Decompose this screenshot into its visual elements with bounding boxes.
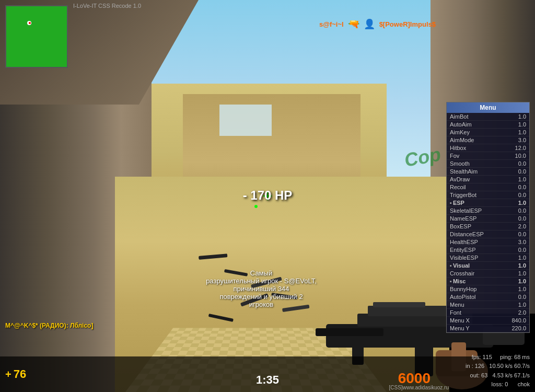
menu-item-value: 0.0 — [518, 231, 526, 237]
menu-item-value: 1.0 — [518, 302, 526, 308]
menu-item-label: AvDraw — [450, 176, 470, 182]
menu-item: ▪ESP1.0 — [447, 199, 529, 207]
kill-feed-line4: повреждений и убивший 2 — [178, 293, 345, 301]
menu-item-label: AutoPistol — [450, 294, 476, 300]
menu-item: Menu1.0 — [447, 301, 529, 309]
menu-item: BoxESP2.0 — [447, 223, 529, 230]
menu-item-label: ▪Visual — [450, 262, 470, 269]
menu-item-label: HealthESP — [450, 239, 478, 245]
menu-item: TriggerBot0.0 — [447, 191, 529, 199]
menu-item-label: Menu X — [450, 317, 470, 324]
menu-item-label: StealthAim — [450, 168, 478, 175]
menu-item-value: 1.0 — [518, 121, 526, 128]
menu-item: Menu Y220.0 — [447, 325, 529, 332]
enemy-weapon-icon: 🔫 — [348, 18, 359, 30]
loss-value: 0 — [505, 381, 508, 387]
menu-item-value: 1.0 — [518, 270, 526, 276]
menu-item: AutoAim1.0 — [447, 121, 529, 129]
menu-item-value: 0.0 — [518, 294, 526, 300]
minimap — [5, 5, 68, 68]
kill-feed-line1: Самый — [178, 269, 345, 277]
menu-rows-container: AimBot1.0AutoAim1.0AimKey1.0AimMode3.0Hi… — [447, 113, 529, 332]
in-value: 126 — [475, 363, 484, 369]
menu-item: HealthESP3.0 — [447, 238, 529, 246]
health-block: + 76 — [5, 367, 26, 381]
menu-item-value: 0.0 — [518, 184, 526, 190]
menu-item-value: 1.0 — [518, 255, 526, 261]
menu-item-value: 2.0 — [518, 223, 526, 229]
loss-label: loss: — [492, 381, 504, 387]
menu-item: StealthAim0.0 — [447, 168, 529, 176]
menu-item-label: NameESP — [450, 215, 476, 222]
watermark-top: I-LoVe-IT CSS Recode 1.0 — [73, 3, 141, 9]
kill-feed: Самый разрушительный игрок - S@EVoLT, пр… — [178, 269, 345, 308]
menu-item: AvDraw1.0 — [447, 176, 529, 183]
menu-item: Fov10.0 — [447, 152, 529, 160]
menu-item-value: 0.0 — [518, 207, 526, 214]
stats-out-row: out: 63 4.53 k/s 67.1/s — [466, 371, 530, 381]
menu-item-value: 3.0 — [518, 137, 526, 143]
ping-label: ping: — [500, 354, 513, 360]
stats-in-row: in : 126 10.50 k/s 60.7/s — [466, 362, 530, 371]
top-hud-players: s@f~i~l 🔫 👤 $[PoweR]Impuls$ — [319, 18, 436, 30]
hp-display: - 170 HP — [243, 188, 293, 203]
menu-item-label: ▪Misc — [450, 278, 466, 284]
menu-item: Crosshair1.0 — [447, 270, 529, 278]
menu-item: Smooth0.0 — [447, 160, 529, 168]
menu-item-value: 0.0 — [518, 192, 526, 198]
menu-item-value: 840.0 — [511, 317, 526, 324]
menu-item-label: Fov — [450, 153, 459, 159]
out-speed: 4.53 k/s 67.1/s — [492, 372, 530, 378]
menu-item-label: Crosshair — [450, 270, 474, 276]
menu-item: ▪Misc1.0 — [447, 278, 529, 285]
menu-item: Hitbox12.0 — [447, 144, 529, 152]
enemy-avatar-icon: 👤 — [364, 18, 375, 30]
menu-item-label: TriggerBot — [450, 192, 476, 198]
menu-item-label: VisibleESP — [450, 255, 478, 261]
menu-item-label: Menu — [450, 302, 464, 308]
menu-item-label: BunnyHop — [450, 286, 476, 292]
stats-block: fps: 115 ping: 68 ms in : 126 10.50 k/s … — [466, 353, 530, 389]
health-value: 76 — [14, 367, 26, 381]
bottom-hud: + 76 1:35 6000 fps: 115 ping: 68 ms in :… — [0, 356, 535, 392]
menu-item-value: 3.0 — [518, 239, 526, 245]
menu-item: NameESP0.0 — [447, 215, 529, 223]
menu-item-label: AimKey — [450, 129, 470, 135]
kill-feed-line5: игроков — [178, 301, 345, 308]
menu-item-label: AimBot — [450, 113, 468, 120]
out-value: 63 — [481, 372, 487, 378]
fps-label: fps: — [472, 354, 481, 360]
stats-loss-row: loss: 0 chok — [466, 380, 530, 389]
menu-item-value: 0.0 — [518, 168, 526, 175]
menu-item-label: SkeletalESP — [450, 207, 482, 214]
menu-item-label: Hitbox — [450, 145, 466, 151]
menu-item-value: 1.0 — [518, 113, 526, 120]
menu-item: AimMode3.0 — [447, 136, 529, 144]
menu-item: ▪Visual1.0 — [447, 262, 529, 270]
menu-item-value: 0.0 — [518, 247, 526, 253]
menu-item-label: AutoAim — [450, 121, 472, 128]
kill-feed-line3: причинивший 344 — [178, 285, 345, 293]
back-opening — [219, 105, 272, 136]
menu-item-value: 1.0 — [518, 200, 526, 206]
menu-item-label: Smooth — [450, 160, 470, 167]
svg-rect-17 — [373, 302, 425, 307]
menu-item: VisibleESP1.0 — [447, 254, 529, 262]
menu-item: SkeletalESP0.0 — [447, 207, 529, 215]
menu-item-value: 220.0 — [511, 325, 526, 331]
game-viewport: Cop - 170 HP — [0, 0, 535, 392]
menu-item-value: 0.0 — [518, 215, 526, 222]
menu-item-value: 10.0 — [515, 153, 526, 159]
chat-message: M^@^K^$* (РАДИО): Лблico] — [5, 322, 93, 329]
menu-item: AimKey1.0 — [447, 129, 529, 136]
ping-value: 68 ms — [514, 354, 530, 360]
menu-item: Menu X840.0 — [447, 317, 529, 325]
minimap-enemy-dot — [29, 22, 31, 24]
in-speed: 10.50 k/s 60.7/s — [489, 363, 530, 369]
menu-item-label: DistanceESP — [450, 231, 484, 237]
cheat-menu-panel: Menu AimBot1.0AutoAim1.0AimKey1.0AimMode… — [446, 102, 530, 333]
menu-item: AimBot1.0 — [447, 113, 529, 121]
menu-item-value: 2.0 — [518, 309, 526, 316]
bottom-watermark: [CSS]www.adidasikuoz.ru — [389, 385, 449, 390]
menu-item-value: 1.0 — [518, 286, 526, 292]
